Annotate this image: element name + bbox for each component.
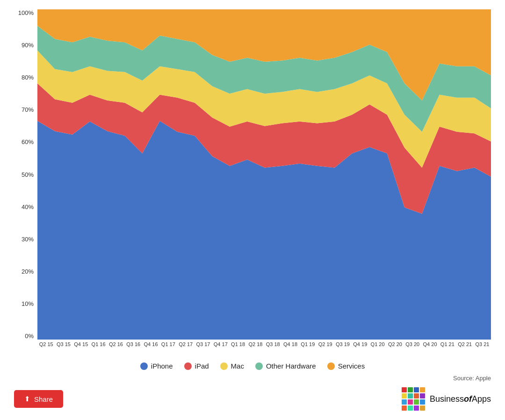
legend-dot xyxy=(140,362,148,370)
x-axis-label: Q1 21 xyxy=(439,341,456,354)
logo-cell xyxy=(420,399,425,405)
x-axis-labels: Q2 15Q3 15Q4 15Q1 16Q2 16Q3 16Q4 16Q1 17… xyxy=(37,340,491,354)
x-axis-label: Q4 17 xyxy=(212,341,229,354)
y-axis-label: 70% xyxy=(14,106,37,113)
source-text: Source: Apple xyxy=(453,375,491,382)
y-axis-label: 20% xyxy=(14,268,37,275)
x-axis-label: Q1 17 xyxy=(159,341,177,354)
x-axis-label: Q4 19 xyxy=(352,341,369,354)
legend-item: Other Hardware xyxy=(255,362,316,370)
logo-cell xyxy=(408,393,413,398)
legend-label: Services xyxy=(338,362,365,370)
legend: iPhoneiPadMacOther HardwareServices xyxy=(14,354,491,374)
logo-cell xyxy=(414,387,419,392)
logo-cell xyxy=(408,387,413,392)
logo-apps: Apps xyxy=(472,394,491,404)
x-axis-label: Q3 19 xyxy=(334,341,351,354)
x-axis-label: Q2 18 xyxy=(247,341,264,354)
x-axis-label: Q3 15 xyxy=(55,341,72,354)
area-chart xyxy=(37,9,491,340)
logo-area: BusinessofApps xyxy=(402,387,491,411)
legend-dot xyxy=(184,362,192,370)
legend-dot xyxy=(220,362,228,370)
bottom-row: ⬆ Share BusinessofApps xyxy=(14,384,491,411)
x-axis-label: Q2 20 xyxy=(386,341,404,354)
legend-dot xyxy=(327,362,335,370)
x-axis-label: Q2 21 xyxy=(456,341,474,354)
y-axis-label: 0% xyxy=(14,333,37,340)
y-axis: 0%10%20%30%40%50%60%70%80%90%100% xyxy=(14,9,37,354)
legend-label: Mac xyxy=(231,362,244,370)
page-container: 0%10%20%30%40%50%60%70%80%90%100% xyxy=(0,0,505,420)
x-axis-label: Q2 19 xyxy=(317,341,334,354)
logo-cell xyxy=(402,387,407,392)
logo-cell xyxy=(420,393,425,398)
logo-cell xyxy=(402,399,407,405)
x-axis-label: Q3 18 xyxy=(264,341,281,354)
x-axis-label: Q1 16 xyxy=(90,341,107,354)
legend-item: Services xyxy=(327,362,365,370)
x-axis-label: Q4 16 xyxy=(142,341,159,354)
source-row: Source: Apple xyxy=(14,374,491,384)
logo-business: Business xyxy=(430,394,464,404)
y-axis-label: 30% xyxy=(14,236,37,243)
logo-cell xyxy=(402,406,407,411)
logo-cell xyxy=(420,387,425,392)
logo-cell xyxy=(420,406,425,411)
x-axis-label: Q3 16 xyxy=(125,341,142,354)
legend-dot xyxy=(255,362,263,370)
x-axis-label: Q1 20 xyxy=(369,341,386,354)
legend-item: iPad xyxy=(184,362,209,370)
y-axis-label: 10% xyxy=(14,300,37,307)
share-icon: ⬆ xyxy=(24,395,30,403)
y-axis-label: 50% xyxy=(14,171,37,178)
x-axis-label: Q1 19 xyxy=(299,341,317,354)
logo-cell xyxy=(408,399,413,405)
x-axis-label: Q2 16 xyxy=(107,341,124,354)
logo-cell xyxy=(408,406,413,411)
legend-item: iPhone xyxy=(140,362,173,370)
x-axis-label: Q4 20 xyxy=(421,341,439,354)
y-axis-label: 100% xyxy=(14,9,37,16)
y-axis-label: 40% xyxy=(14,203,37,210)
x-axis-label: Q2 15 xyxy=(37,341,55,354)
x-axis-label: Q4 18 xyxy=(281,341,299,354)
logo-text: BusinessofApps xyxy=(430,394,491,404)
logo-of: of xyxy=(464,394,472,404)
legend-label: iPad xyxy=(195,362,209,370)
x-axis-label: Q4 15 xyxy=(72,341,90,354)
x-axis-label: Q3 17 xyxy=(195,341,212,354)
x-axis-label: Q2 17 xyxy=(177,341,195,354)
chart-right: Q2 15Q3 15Q4 15Q1 16Q2 16Q3 16Q4 16Q1 17… xyxy=(37,9,491,354)
logo-cell xyxy=(414,406,419,411)
share-button[interactable]: ⬆ Share xyxy=(14,390,63,408)
x-axis-label: Q1 18 xyxy=(229,341,246,354)
y-axis-label: 60% xyxy=(14,138,37,145)
legend-item: Mac xyxy=(220,362,244,370)
logo-cell xyxy=(414,399,419,405)
svg-container xyxy=(37,9,491,340)
logo-grid xyxy=(402,387,425,411)
x-axis-label: Q3 21 xyxy=(474,341,491,354)
chart-area: 0%10%20%30%40%50%60%70%80%90%100% xyxy=(14,9,491,354)
x-axis-label: Q3 20 xyxy=(404,341,421,354)
logo-cell xyxy=(402,393,407,398)
logo-cell xyxy=(414,393,419,398)
y-axis-label: 90% xyxy=(14,42,37,49)
share-label: Share xyxy=(34,395,53,403)
legend-label: iPhone xyxy=(151,362,173,370)
y-axis-label: 80% xyxy=(14,74,37,81)
legend-label: Other Hardware xyxy=(266,362,316,370)
